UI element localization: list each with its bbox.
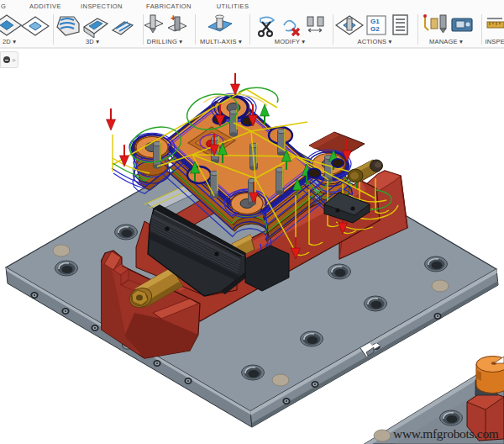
svg-text:G1: G1 [370,18,380,25]
svg-text:G2: G2 [370,25,380,33]
